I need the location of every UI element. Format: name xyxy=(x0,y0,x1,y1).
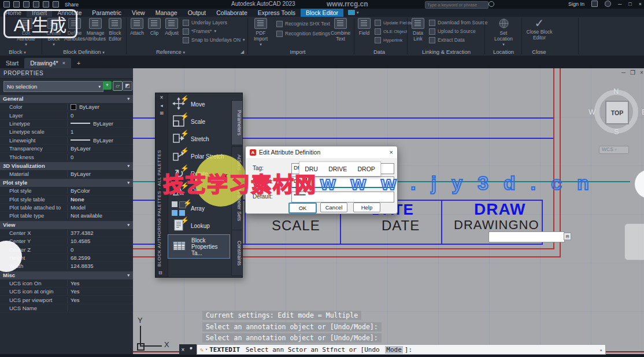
panel-label-import[interactable]: Import xyxy=(277,48,318,56)
section-view[interactable]: View▾ xyxy=(0,220,133,229)
cell-label-scale[interactable]: SCALE xyxy=(272,218,320,234)
maximize-button[interactable]: □ xyxy=(628,1,631,7)
navigation-bar[interactable] xyxy=(624,223,644,260)
data-link-button[interactable]: Data Link xyxy=(408,18,428,42)
panel-label-close[interactable]: Close xyxy=(523,48,555,56)
tool-move[interactable]: ⚡ Move xyxy=(168,95,230,113)
palette-close-icon[interactable]: × xyxy=(156,93,168,101)
redo-icon[interactable] xyxy=(53,1,59,8)
search-icon[interactable] xyxy=(488,1,494,7)
palette-autohide-icon[interactable]: ◂ xyxy=(156,101,168,108)
selection-dropdown[interactable]: No selection ▾ xyxy=(3,81,103,92)
tab-collaborate[interactable]: Collaborate xyxy=(211,9,253,17)
palette-properties-icon[interactable]: ⊞ xyxy=(156,108,168,116)
tab-block-editor[interactable]: Block Editor xyxy=(301,9,343,17)
wcs-dropdown[interactable]: WCS ▾ xyxy=(599,146,629,154)
drawing-minimize-icon[interactable]: ─ xyxy=(621,69,626,76)
inplace-text-editor[interactable] xyxy=(488,231,565,242)
panel-expander-icon[interactable]: ◢ xyxy=(240,49,244,54)
property-row[interactable]: Plot styleByColor xyxy=(0,187,133,195)
viewcube-north[interactable]: N xyxy=(613,87,619,95)
recognize-shx-button[interactable]: Recognize SHX Text xyxy=(276,20,330,27)
undo-icon[interactable] xyxy=(43,1,49,8)
recognition-settings-button[interactable]: Recognition Settings xyxy=(276,30,330,37)
tab-manage[interactable]: Manage xyxy=(150,9,183,17)
close-block-editor-button[interactable]: ✓ Close Block Editor xyxy=(525,18,554,41)
drawing-close-icon[interactable]: × xyxy=(640,69,643,76)
section-3d-visualization[interactable]: 3D Visualization▾ xyxy=(0,161,133,170)
command-expand-icon[interactable]: ▴ xyxy=(599,347,602,352)
tab-express-tools[interactable]: Express Tools xyxy=(253,9,301,17)
share-button[interactable]: Share xyxy=(65,2,79,8)
new-drawing-tab-button[interactable]: + xyxy=(71,58,86,68)
panel-label-linking[interactable]: Linking & Extraction xyxy=(417,48,475,56)
section-misc[interactable]: Misc▾ xyxy=(0,271,133,279)
select-objects-icon[interactable]: ▱ xyxy=(113,81,123,91)
quick-select-icon[interactable]: ◩ xyxy=(123,81,132,91)
property-row[interactable]: TransparencyByLayer xyxy=(0,145,133,153)
ok-button[interactable]: OK xyxy=(288,203,317,214)
tab-start[interactable]: Start xyxy=(0,58,24,68)
palette-settings-icon[interactable]: ⊟ xyxy=(158,270,162,275)
close-button[interactable]: × xyxy=(639,1,642,7)
tab-close-icon[interactable]: × xyxy=(62,60,65,66)
attach-button[interactable]: Attach xyxy=(128,18,146,36)
viewcube-west[interactable]: W xyxy=(589,108,595,116)
text-editor-options-icon[interactable]: ▤ xyxy=(564,233,571,240)
property-row[interactable]: Thickness0 xyxy=(0,153,133,161)
search-input[interactable] xyxy=(425,1,488,9)
ole-object-button[interactable]: OLE Object xyxy=(375,28,407,35)
drawing-restore-icon[interactable]: ❐ xyxy=(630,69,635,76)
viewcube-south[interactable]: S xyxy=(614,127,619,136)
extract-data-button[interactable]: Extract Data xyxy=(429,36,465,43)
clip-button[interactable]: Clip xyxy=(146,18,163,36)
panel-label-data[interactable]: Data xyxy=(364,48,394,56)
property-row[interactable]: ColorByLayer xyxy=(0,103,133,111)
command-caret-icon[interactable]: ▾ xyxy=(205,347,208,352)
plot-icon[interactable] xyxy=(33,1,39,8)
cell-label-date[interactable]: DATE xyxy=(382,218,420,234)
manage-attributes-button[interactable]: Manage Attributes xyxy=(84,18,106,42)
property-row[interactable]: MaterialByLayer xyxy=(0,170,133,178)
tool-stretch[interactable]: ⚡ Stretch xyxy=(168,130,230,148)
property-row[interactable]: Center Y10.4585 xyxy=(0,237,133,245)
tool-scale[interactable]: ⚡ Scale xyxy=(168,113,230,130)
panel-label-block[interactable]: Block ▾ xyxy=(5,48,30,56)
tool-lookup[interactable]: ⚡ Lookup xyxy=(168,217,230,234)
cancel-button[interactable]: Cancel xyxy=(320,203,347,212)
property-row[interactable]: UCS Name xyxy=(0,304,133,312)
set-location-button[interactable]: Set Location ▾ xyxy=(491,18,516,47)
property-row[interactable]: UCS per viewportYes xyxy=(0,296,133,304)
properties-title[interactable]: PROPERTIES xyxy=(0,68,133,79)
help-icon[interactable] xyxy=(605,1,611,7)
viewcube-top-face[interactable]: TOP xyxy=(605,101,629,124)
property-row[interactable]: Plot table typeNot available xyxy=(0,212,133,220)
property-row[interactable]: UCS icon at originYes xyxy=(0,288,133,296)
open-icon[interactable] xyxy=(13,1,20,8)
property-row[interactable]: Plot table attached toModel xyxy=(0,204,133,212)
attribute-tag-draw[interactable]: DRAW xyxy=(474,200,526,219)
palette-tab-parameters[interactable]: Parameters xyxy=(231,100,243,145)
toggle-pickadd-icon[interactable]: + xyxy=(103,81,112,90)
palette-tab-constraints[interactable]: Constraints xyxy=(231,230,243,276)
combine-text-button[interactable]: Combine Text xyxy=(330,18,351,42)
property-row[interactable]: LinetypeByLayer xyxy=(0,120,133,128)
property-row[interactable]: Center X377.4382 xyxy=(0,229,133,237)
command-grip[interactable]: × xyxy=(179,344,197,355)
dialog-close-icon[interactable]: × xyxy=(390,149,393,156)
update-fields-button[interactable]: Update Fields xyxy=(375,19,412,26)
ribbon-display-caret-icon[interactable]: ▾ xyxy=(357,9,359,17)
underlay-layers-button[interactable]: Underlay Layers xyxy=(183,19,227,26)
tab-view[interactable]: View xyxy=(127,9,150,17)
signin-button[interactable]: Sign In xyxy=(568,1,584,7)
tool-block-properties-table[interactable]: Block Properties Ta... xyxy=(168,234,230,259)
section-plot-style[interactable]: Plot style▾ xyxy=(0,178,133,187)
command-input[interactable]: ✎ ▾ TEXTEDIT Select ann Sctor an Stfnct … xyxy=(197,344,606,355)
frames-button[interactable]: *Frames* ▾ xyxy=(183,28,216,35)
panel-label-block-definition[interactable]: Block Definition ▾ xyxy=(55,48,113,56)
tab-output[interactable]: Output xyxy=(183,9,212,17)
block-editor-button[interactable]: Block Editor xyxy=(104,18,126,42)
section-general[interactable]: General▾ xyxy=(0,94,133,103)
download-from-source-button[interactable]: Download from Source xyxy=(429,19,487,26)
ribbon-display-icon[interactable] xyxy=(348,10,355,15)
